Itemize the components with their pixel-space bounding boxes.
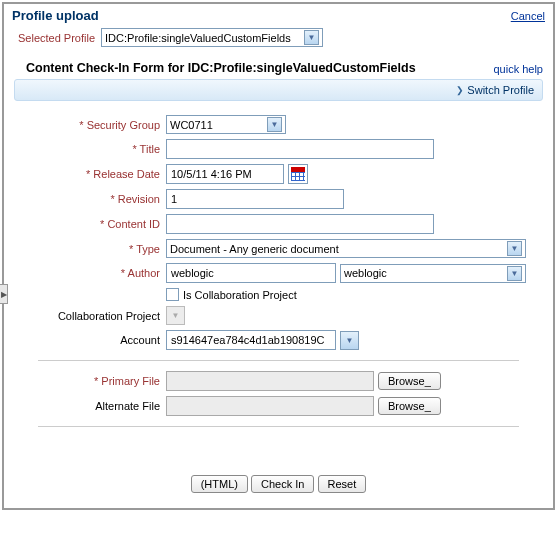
chevron-down-icon: ❯ bbox=[456, 85, 464, 95]
calendar-icon[interactable] bbox=[288, 164, 308, 184]
primary-file-label: * Primary File bbox=[14, 375, 166, 387]
author-label: * Author bbox=[14, 267, 166, 279]
revision-row: * Revision bbox=[14, 189, 543, 209]
dialog-title: Profile upload bbox=[12, 8, 99, 23]
selected-profile-label: Selected Profile bbox=[18, 32, 95, 44]
type-row: * Type Document - Any generic document ▼ bbox=[14, 239, 543, 258]
release-date-input[interactable] bbox=[166, 164, 284, 184]
divider bbox=[38, 426, 519, 427]
title-label: * Title bbox=[14, 143, 166, 155]
cancel-link[interactable]: Cancel bbox=[511, 10, 545, 22]
alternate-file-input[interactable] bbox=[166, 396, 374, 416]
selected-profile-row: Selected Profile IDC:Profile:singleValue… bbox=[4, 25, 553, 53]
selected-profile-value: IDC:Profile:singleValuedCustomFields bbox=[105, 32, 291, 44]
title-row: * Title bbox=[14, 139, 543, 159]
account-input[interactable] bbox=[166, 330, 336, 350]
release-date-row: * Release Date bbox=[14, 164, 543, 184]
primary-file-browse-button[interactable]: Browse_ bbox=[378, 372, 441, 390]
type-select[interactable]: Document - Any generic document ▼ bbox=[166, 239, 526, 258]
type-label: * Type bbox=[14, 243, 166, 255]
author-select-value: weblogic bbox=[344, 267, 387, 279]
alternate-file-browse-button[interactable]: Browse_ bbox=[378, 397, 441, 415]
is-collaboration-checkbox[interactable] bbox=[166, 288, 179, 301]
author-row: * Author weblogic ▼ bbox=[14, 263, 543, 283]
dialog-container: Profile upload Cancel Selected Profile I… bbox=[2, 2, 555, 510]
form-area: * Security Group WC0711 ▼ * Title * Rele… bbox=[4, 101, 553, 493]
dialog-header: Profile upload Cancel bbox=[4, 4, 553, 25]
account-dropdown[interactable]: ▼ bbox=[340, 331, 359, 350]
content-id-label: * Content ID bbox=[14, 218, 166, 230]
title-input[interactable] bbox=[166, 139, 434, 159]
is-collaboration-label: Is Collaboration Project bbox=[183, 289, 297, 301]
chevron-down-icon: ▼ bbox=[507, 266, 522, 281]
selected-profile-select[interactable]: IDC:Profile:singleValuedCustomFields ▼ bbox=[101, 28, 323, 47]
switch-profile-label: Switch Profile bbox=[467, 84, 534, 96]
quick-help-link[interactable]: quick help bbox=[493, 63, 543, 75]
primary-file-row: * Primary File Browse_ bbox=[14, 371, 543, 391]
primary-file-input[interactable] bbox=[166, 371, 374, 391]
action-buttons: (HTML) Check In Reset bbox=[14, 475, 543, 493]
collaboration-project-dropdown: ▼ bbox=[166, 306, 185, 325]
switch-profile-bar[interactable]: ❯ Switch Profile bbox=[14, 79, 543, 101]
check-in-button[interactable]: Check In bbox=[251, 475, 314, 493]
account-row: Account ▼ bbox=[14, 330, 543, 350]
type-value: Document - Any generic document bbox=[170, 243, 339, 255]
is-collab-row: Is Collaboration Project bbox=[14, 288, 543, 301]
divider bbox=[38, 360, 519, 361]
form-title: Content Check-In Form for IDC:Profile:si… bbox=[26, 61, 416, 75]
security-group-label: * Security Group bbox=[14, 119, 166, 131]
html-button[interactable]: (HTML) bbox=[191, 475, 248, 493]
security-group-row: * Security Group WC0711 ▼ bbox=[14, 115, 543, 134]
release-date-label: * Release Date bbox=[14, 168, 166, 180]
chevron-down-icon: ▼ bbox=[304, 30, 319, 45]
alternate-file-row: Alternate File Browse_ bbox=[14, 396, 543, 416]
content-id-input[interactable] bbox=[166, 214, 434, 234]
security-group-select[interactable]: WC0711 ▼ bbox=[166, 115, 286, 134]
security-group-value: WC0711 bbox=[170, 119, 213, 131]
revision-label: * Revision bbox=[14, 193, 166, 205]
chevron-down-icon: ▼ bbox=[267, 117, 282, 132]
content-id-row: * Content ID bbox=[14, 214, 543, 234]
author-input[interactable] bbox=[166, 263, 336, 283]
revision-input[interactable] bbox=[166, 189, 344, 209]
chevron-down-icon: ▼ bbox=[507, 241, 522, 256]
account-label: Account bbox=[14, 334, 166, 346]
alternate-file-label: Alternate File bbox=[14, 400, 166, 412]
side-expand-tab[interactable]: ▶ bbox=[0, 284, 8, 304]
collab-project-row: Collaboration Project ▼ bbox=[14, 306, 543, 325]
collaboration-project-label: Collaboration Project bbox=[14, 310, 166, 322]
reset-button[interactable]: Reset bbox=[318, 475, 367, 493]
author-select[interactable]: weblogic ▼ bbox=[340, 264, 526, 283]
form-title-row: Content Check-In Form for IDC:Profile:si… bbox=[4, 53, 553, 79]
